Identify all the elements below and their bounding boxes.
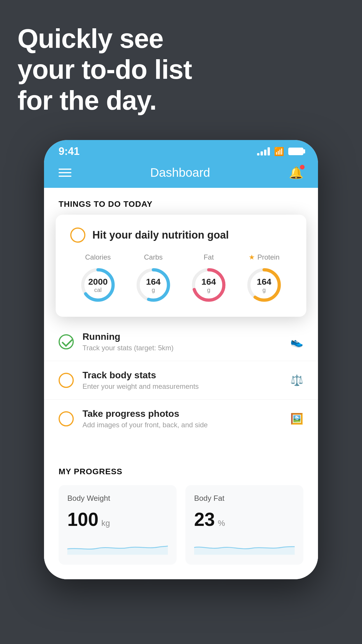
donut-unit: g [207, 287, 210, 293]
headline-line3: for the day. [17, 85, 157, 115]
donut-value: 2000 [88, 277, 108, 287]
battery-icon [288, 148, 303, 155]
donut-calories: 2000 cal [79, 266, 117, 304]
status-bar: 9:41 📶 [44, 140, 318, 160]
nutr-label-row: ★ Protein [249, 253, 280, 261]
body-fat-unit: % [218, 519, 225, 528]
body-fat-value-row: 23 % [194, 509, 295, 530]
nutr-label: Calories [85, 253, 111, 261]
body-fat-card[interactable]: Body Fat 23 % [185, 485, 303, 565]
donut-fat: 164 g [190, 266, 228, 304]
todo-body-stats[interactable]: Track body stats Enter your weight and m… [44, 361, 318, 400]
todo-text-photos: Take progress photos Add images of your … [82, 408, 282, 429]
nutrition-item-protein: ★ Protein 164 g [245, 253, 283, 304]
nutrition-item-calories: Calories 2000 cal [79, 253, 117, 304]
donut-center: 164 g [201, 277, 216, 293]
todo-check-body-stats [59, 373, 74, 388]
nutrition-card-title: Hit your daily nutrition goal [92, 229, 229, 241]
signal-icon [257, 147, 270, 155]
progress-section: MY PROGRESS Body Weight 100 kg Bod [44, 455, 318, 579]
notification-dot [300, 165, 305, 169]
donut-protein: 164 g [245, 266, 283, 304]
progress-title: MY PROGRESS [59, 467, 303, 476]
todo-running[interactable]: Running Track your stats (target: 5km) 👟 [44, 323, 318, 361]
scale-icon: ⚖️ [290, 374, 303, 386]
nutr-label: Carbs [144, 253, 163, 261]
nutr-label-row: Carbs [144, 253, 163, 261]
todo-title-running: Running [82, 331, 282, 342]
body-weight-value: 100 [67, 509, 99, 530]
donut-unit: g [152, 287, 155, 293]
nutrition-card[interactable]: Hit your daily nutrition goal Calories 2… [56, 215, 306, 317]
star-icon: ★ [249, 253, 255, 261]
status-time: 9:41 [59, 145, 80, 158]
donut-center: 2000 cal [88, 277, 108, 293]
body-fat-label: Body Fat [194, 494, 295, 503]
nutr-label: Fat [204, 253, 214, 261]
todo-progress-photos[interactable]: Take progress photos Add images of your … [44, 400, 318, 438]
headline-line2: your to-do list [17, 55, 192, 84]
nutr-label: Protein [257, 253, 280, 261]
things-to-do-header: THINGS TO DO TODAY [44, 188, 318, 215]
shoe-icon: 👟 [290, 336, 303, 348]
headline-line1: Quickly see [17, 24, 163, 53]
donut-center: 164 g [257, 277, 271, 293]
todo-text-body-stats: Track body stats Enter your weight and m… [82, 370, 282, 391]
todo-check-photos [59, 411, 74, 426]
body-weight-card[interactable]: Body Weight 100 kg [59, 485, 177, 565]
todo-sub-photos: Add images of your front, back, and side [82, 421, 282, 429]
notification-bell[interactable]: 🔔 [289, 166, 303, 180]
body-weight-value-row: 100 kg [67, 509, 168, 530]
headline: Quickly see your to-do list for the day. [17, 23, 192, 116]
body-fat-chart [194, 537, 295, 555]
todo-check-running [59, 334, 74, 349]
header-title: Dashboard [150, 166, 210, 180]
body-fat-value: 23 [194, 509, 215, 530]
nutrition-item-fat: Fat 164 g [190, 253, 228, 304]
hamburger-menu[interactable] [59, 169, 71, 177]
body-weight-chart [67, 537, 168, 555]
todo-text-running: Running Track your stats (target: 5km) [82, 331, 282, 352]
wifi-icon: 📶 [274, 147, 284, 156]
todo-title-body-stats: Track body stats [82, 370, 282, 381]
body-weight-unit: kg [101, 519, 110, 528]
progress-cards: Body Weight 100 kg Body Fat 23 % [59, 485, 303, 579]
phone-mockup: 9:41 📶 Dashboard 🔔 THINGS TO DO TODAY [44, 140, 318, 579]
nutrition-check-circle[interactable] [70, 228, 85, 243]
donut-center: 164 g [146, 277, 161, 293]
donut-unit: g [262, 287, 266, 293]
app-header: Dashboard 🔔 [44, 160, 318, 188]
nutr-label-row: Fat [204, 253, 214, 261]
status-icons: 📶 [257, 147, 303, 156]
body-weight-label: Body Weight [67, 494, 168, 503]
nutrition-item-carbs: Carbs 164 g [134, 253, 172, 304]
donut-value: 164 [257, 277, 271, 287]
photo-icon: 🖼️ [290, 413, 303, 425]
donut-unit: cal [94, 287, 102, 293]
donut-value: 164 [146, 277, 161, 287]
todo-title-photos: Take progress photos [82, 408, 282, 419]
todo-sub-body-stats: Enter your weight and measurements [82, 382, 282, 391]
donut-value: 164 [201, 277, 216, 287]
phone-body: THINGS TO DO TODAY Hit your daily nutrit… [44, 188, 318, 579]
nutrition-circles: Calories 2000 cal Carbs [70, 253, 292, 304]
nutr-label-row: Calories [85, 253, 111, 261]
donut-carbs: 164 g [134, 266, 172, 304]
card-title-row: Hit your daily nutrition goal [70, 228, 292, 243]
todo-sub-running: Track your stats (target: 5km) [82, 344, 282, 352]
